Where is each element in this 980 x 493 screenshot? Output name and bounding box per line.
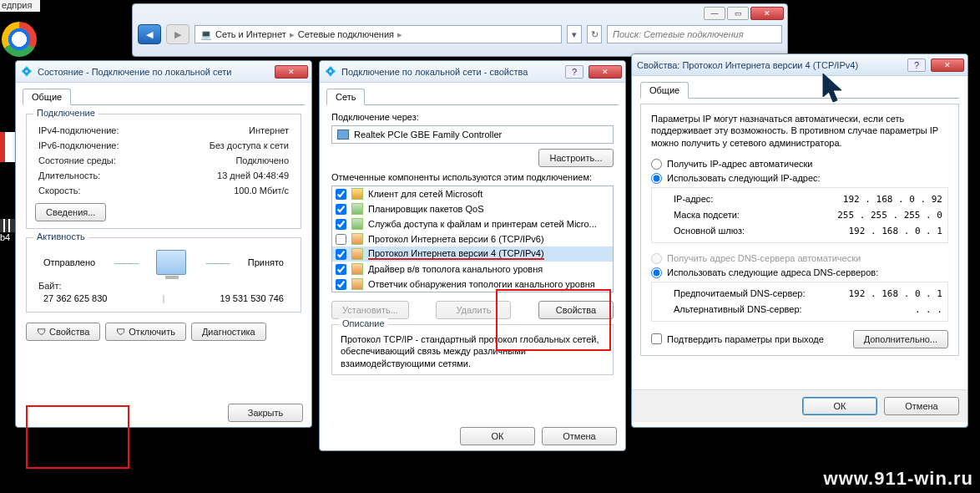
list-item-selected[interactable]: Протокол Интернета версии 4 (TCP/IPv4) — [332, 246, 613, 262]
ip-address-field[interactable]: 192 . 168 . 0 . 92 — [843, 194, 942, 205]
chrome-icon[interactable] — [2, 22, 37, 57]
breadcrumb[interactable]: 💻 Сеть и Интернет ▸ Сетевые подключения … — [194, 25, 562, 43]
adapter-properties-window: 💠 Подключение по локальной сети - свойст… — [319, 60, 626, 451]
item-label: Протокол Интернета версии 4 (TCP/IPv4) — [368, 248, 544, 260]
close-dialog-button[interactable]: Закрыть — [228, 404, 303, 422]
dns2-field[interactable]: . . . — [915, 304, 942, 315]
bytes-sent: 27 362 625 830 — [43, 293, 107, 303]
bytes-label: Байт: — [38, 281, 289, 291]
list-item[interactable]: Планировщик пакетов QoS — [332, 201, 613, 216]
protocol-icon — [351, 263, 363, 275]
validate-checkbox[interactable] — [651, 333, 662, 344]
group-title: Описание — [339, 318, 388, 328]
activity-icon — [156, 250, 186, 275]
nav-forward-button[interactable]: ▶ — [166, 24, 189, 44]
close-button[interactable]: ✕ — [275, 65, 308, 79]
ipv4-properties-window: Свойства: Протокол Интернета версии 4 (T… — [631, 53, 968, 428]
group-connection: Подключение IPv4-подключение:Интернет IP… — [26, 114, 301, 229]
shield-icon: 🛡 — [37, 327, 46, 337]
group-title: Подключение — [33, 108, 99, 118]
shield-icon: 🛡 — [116, 327, 125, 337]
uninstall-button[interactable]: Удалить — [436, 301, 511, 319]
checkbox[interactable] — [336, 279, 346, 290]
item-label: Клиент для сетей Microsoft — [368, 189, 482, 199]
install-button[interactable]: Установить... — [331, 301, 409, 319]
radio-label: Получить IP-адрес автоматически — [667, 159, 812, 169]
component-properties-button[interactable]: Свойства — [538, 301, 614, 319]
tab-general[interactable]: Общие — [23, 89, 71, 105]
component-list[interactable]: Клиент для сетей Microsoft Планировщик п… — [331, 186, 614, 292]
value: Без доступа к сети — [210, 140, 289, 150]
checkbox[interactable] — [336, 204, 346, 215]
help-button[interactable]: ? — [565, 65, 583, 79]
list-item[interactable]: Ответчик обнаружения топологии канальног… — [332, 277, 613, 292]
list-item[interactable]: Протокол Интернета версии 6 (TCP/IPv6) — [332, 231, 613, 246]
checkbox[interactable] — [336, 249, 346, 260]
list-item[interactable]: Клиент для сетей Microsoft — [332, 186, 613, 201]
ok-button[interactable]: ОК — [460, 427, 535, 445]
close-button[interactable]: ✕ — [931, 58, 964, 72]
network-icon: 💠 — [21, 66, 33, 78]
checkbox[interactable] — [336, 264, 346, 275]
list-item[interactable]: Драйвер в/в тополога канального уровня — [332, 262, 613, 277]
subnet-mask-field[interactable]: 255 . 255 . 255 . 0 — [837, 210, 942, 221]
taskbar-icon[interactable] — [0, 219, 15, 232]
adapter-icon — [337, 130, 349, 140]
maximize-button[interactable]: ▭ — [727, 7, 749, 20]
properties-button[interactable]: 🛡Свойства — [26, 323, 100, 341]
diagnose-button[interactable]: Диагностика — [191, 323, 266, 341]
explorer-window: — ▭ ✕ ◀ ▶ 💻 Сеть и Интернет ▸ Сетевые по… — [132, 3, 788, 57]
label: Отмеченные компоненты используются этим … — [331, 172, 614, 182]
search-placeholder: Поиск: Сетевые подключения — [613, 29, 744, 39]
radio-manual-ip[interactable] — [651, 173, 662, 184]
refresh-button[interactable]: ↻ — [587, 25, 602, 43]
window-title: Состояние - Подключение по локальной сет… — [38, 67, 270, 77]
validate-checkbox-row[interactable]: Подтвердить параметры при выходе — [651, 332, 824, 346]
checkbox[interactable] — [336, 219, 346, 230]
label: IP-адрес: — [674, 194, 843, 204]
nav-back-button[interactable]: ◀ — [138, 24, 161, 44]
item-label: Служба доступа к файлам и принтерам сете… — [368, 219, 597, 229]
breadcrumb-seg[interactable]: Сетевые подключения — [298, 29, 394, 39]
disable-button[interactable]: 🛡Отключить — [105, 323, 186, 341]
label: Основной шлюз: — [674, 226, 848, 236]
minimize-button[interactable]: — — [704, 7, 725, 20]
configure-button[interactable]: Настроить... — [538, 149, 614, 167]
service-icon — [351, 218, 363, 230]
help-button[interactable]: ? — [907, 58, 926, 72]
dns1-field[interactable]: 192 . 168 . 0 . 1 — [848, 288, 942, 299]
advanced-button[interactable]: Дополнительно... — [853, 330, 948, 348]
radio-auto-ip[interactable] — [651, 159, 662, 170]
checkbox[interactable] — [336, 189, 346, 200]
window-title: Подключение по локальной сети - свойства — [341, 67, 560, 77]
ok-button[interactable]: ОК — [802, 397, 877, 415]
radio-manual-dns[interactable] — [651, 267, 662, 278]
close-button[interactable]: ✕ — [750, 7, 784, 20]
network-icon: 💻 — [200, 29, 212, 40]
breadcrumb-seg[interactable]: Сеть и Интернет — [215, 29, 286, 39]
arrow-icon: ——— — [114, 257, 137, 267]
close-button[interactable]: ✕ — [589, 65, 622, 79]
label: Маска подсети: — [674, 210, 837, 220]
search-input[interactable]: Поиск: Сетевые подключения — [607, 25, 782, 43]
gmail-icon[interactable] — [0, 132, 15, 162]
status-window: 💠 Состояние - Подключение по локальной с… — [15, 60, 312, 428]
watermark: www.911-win.ru — [824, 468, 973, 490]
cancel-button[interactable]: Отмена — [542, 427, 617, 445]
gateway-field[interactable]: 192 . 168 . 0 . 1 — [848, 226, 942, 236]
tab-general[interactable]: Общие — [640, 82, 689, 99]
checkbox[interactable] — [336, 234, 346, 245]
tab-network[interactable]: Сеть — [326, 89, 365, 105]
protocol-icon — [351, 248, 363, 260]
cancel-button[interactable]: Отмена — [884, 397, 959, 415]
adapter-field: Realtek PCIe GBE Family Controller — [331, 125, 614, 144]
label: Скорость: — [38, 186, 234, 196]
radio-auto-dns — [651, 253, 662, 264]
value: Интернет — [249, 125, 289, 135]
desktop-fragment: едприя — [0, 0, 40, 12]
list-item[interactable]: Служба доступа к файлам и принтерам сете… — [332, 216, 613, 231]
history-dropdown[interactable]: ▾ — [567, 25, 582, 43]
details-button[interactable]: Сведения... — [35, 203, 106, 221]
item-label: Протокол Интернета версии 6 (TCP/IPv6) — [368, 234, 544, 244]
radio-label: Получить адрес DNS-сервера автоматически — [667, 253, 861, 263]
